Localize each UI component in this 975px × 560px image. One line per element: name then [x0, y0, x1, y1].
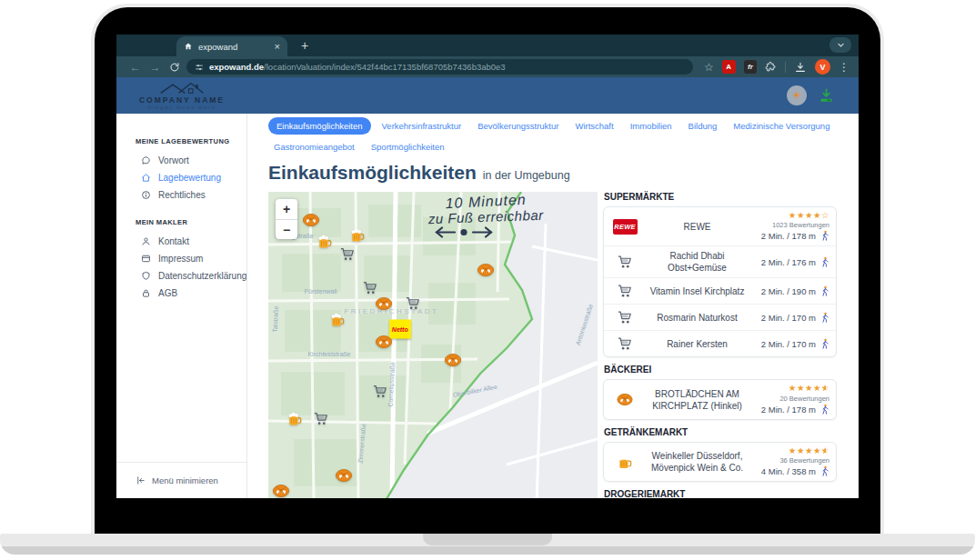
- distance-label: 2 Min. / 170 m: [761, 339, 816, 349]
- map-zoom-out-button[interactable]: −: [276, 219, 297, 239]
- poi-name: REWE: [639, 221, 755, 233]
- sidebar-minimize-button[interactable]: Menü minimieren: [116, 462, 246, 498]
- lock-icon: [141, 288, 151, 298]
- new-tab-button[interactable]: +: [297, 37, 313, 54]
- poi-card: BROTLÄDCHEN AM KIRCHPLATZ (Hinkel)★★★★★☆…: [603, 379, 837, 419]
- sidebar-item-lagebewertung[interactable]: Lagebewertung: [116, 169, 246, 186]
- map-marker-beer-mug[interactable]: [286, 412, 303, 427]
- poi-row[interactable]: Weinkeller Düsseldorf, Mövenpick Wein & …: [604, 443, 836, 481]
- laptop-notch: [423, 534, 552, 545]
- browser-window: expowand × + ← → expowand.de/l: [116, 35, 859, 498]
- walking-distance-icon: [820, 465, 829, 477]
- sidebar-item-impressum[interactable]: Impressum: [116, 250, 246, 267]
- tab-close-icon[interactable]: ×: [275, 41, 280, 52]
- map-marker-shopping-cart[interactable]: [338, 246, 356, 262]
- nav-tab[interactable]: Einkaufsmöglichkeiten: [268, 117, 371, 135]
- poi-row[interactable]: Rachid Dhabi Obst+Gemüse2 Min. / 176 m: [604, 245, 836, 277]
- poi-row[interactable]: BROTLÄDCHEN AM KIRCHPLATZ (Hinkel)★★★★★☆…: [604, 380, 836, 418]
- map[interactable]: FRIEDRICHSTADTHerzogstraßeFürstenwallKir…: [268, 192, 598, 498]
- tab-search-button[interactable]: [829, 37, 851, 53]
- theme-toggle-button[interactable]: ☀: [787, 85, 807, 105]
- main-content: EinkaufsmöglichkeitenVerkehrsinfrastrukt…: [247, 114, 859, 498]
- map-marker-pretzel[interactable]: [303, 212, 320, 227]
- browser-toolbar: ← → expowand.de/locationValuation/index/…: [116, 56, 859, 77]
- map-marker-shopping-cart[interactable]: [372, 384, 389, 399]
- poi-section-title: SUPERMÄRKTE: [604, 192, 837, 202]
- map-marker-beer-mug[interactable]: [316, 234, 333, 249]
- map-marker-beer-mug[interactable]: [329, 312, 347, 327]
- downloads-icon[interactable]: [794, 61, 807, 74]
- shopping-cart-icon: [617, 336, 633, 352]
- url-bar[interactable]: expowand.de/locationValuation/index/542f…: [186, 59, 693, 75]
- sidebar-section-title: MEIN MAKLER: [116, 218, 246, 226]
- pretzel-icon: [617, 392, 633, 407]
- map-marker-beer-mug[interactable]: [348, 228, 366, 244]
- poi-card: REWEREWE★★★★☆1023 Bewertungen2 Min. / 17…: [603, 206, 837, 357]
- map-marker-shopping-cart[interactable]: [312, 412, 329, 427]
- profile-avatar[interactable]: V: [815, 59, 830, 75]
- site-settings-icon[interactable]: [195, 63, 204, 72]
- sidebar-item-label: Rechtliches: [158, 190, 206, 200]
- walking-distance-icon: [820, 285, 829, 297]
- browser-window-icon: [141, 254, 151, 264]
- company-logo[interactable]: COMPANY NAME Slogan Goes Here: [116, 81, 247, 110]
- download-report-button[interactable]: [818, 87, 835, 105]
- bookmark-star-icon[interactable]: ☆: [704, 61, 714, 74]
- adobe-extension-icon[interactable]: A: [722, 60, 736, 74]
- nav-tab[interactable]: Sportmöglichkeiten: [366, 138, 450, 155]
- nav-tab[interactable]: Bevölkerungsstruktur: [472, 117, 564, 135]
- map-marker-netto-logo[interactable]: Netto: [389, 319, 411, 338]
- map-annotation: 10 Minuten zu Fuß erreichbar: [384, 194, 588, 242]
- sidebar-item-label: Vorwort: [158, 155, 189, 165]
- poi-row[interactable]: REWEREWE★★★★☆1023 Bewertungen2 Min. / 17…: [604, 207, 836, 245]
- map-marker-pretzel[interactable]: [477, 262, 494, 277]
- poi-section-title: BÄCKEREI: [604, 365, 837, 375]
- map-marker-shopping-cart[interactable]: [405, 296, 422, 312]
- sidebar-item-rechtliches[interactable]: Rechtliches: [116, 186, 246, 204]
- map-marker-pretzel[interactable]: [375, 296, 392, 312]
- laptop-screen: expowand × + ← → expowand.de/l: [91, 4, 884, 534]
- poi-name: Rainer Kersten: [639, 338, 755, 350]
- shopping-cart-icon: [617, 310, 633, 325]
- sidebar-item-datenschutzerkl-rung[interactable]: Datenschutzerklärung: [116, 267, 246, 285]
- nav-tab[interactable]: Immobilien: [625, 117, 678, 135]
- poi-row[interactable]: Vitamin Insel Kirchplatz2 Min. / 190 m: [604, 277, 836, 304]
- nav-tab[interactable]: Gastronomieangebot: [268, 138, 360, 155]
- poi-name: Vitamin Insel Kirchplatz: [639, 285, 755, 297]
- distance-label: 2 Min. / 178 m: [761, 231, 816, 241]
- fr-extension-icon[interactable]: fr: [744, 60, 758, 74]
- walking-distance-icon: [820, 338, 829, 350]
- browser-tab[interactable]: expowand ×: [176, 36, 287, 56]
- browser-tabstrip: expowand × +: [116, 35, 859, 56]
- url-path: /locationValuation/index/542f44bc17135bf…: [264, 62, 506, 72]
- poi-panel: SUPERMÄRKTEREWEREWE★★★★☆1023 Bewertungen…: [603, 192, 837, 498]
- map-marker-pretzel[interactable]: [273, 484, 290, 498]
- distance-label: 2 Min. / 178 m: [761, 405, 816, 415]
- reload-button[interactable]: [165, 62, 185, 73]
- sidebar-item-label: AGB: [158, 288, 177, 298]
- menu-dots-icon[interactable]: ⋮: [839, 61, 849, 74]
- map-marker-shopping-cart[interactable]: [362, 281, 379, 296]
- forward-button[interactable]: →: [146, 61, 166, 74]
- sidebar-item-kontakt[interactable]: Kontakt: [116, 233, 246, 250]
- map-marker-pretzel[interactable]: [336, 468, 353, 484]
- nav-tab[interactable]: Bildung: [683, 117, 723, 135]
- map-zoom-control: + −: [276, 199, 297, 239]
- map-marker-pretzel[interactable]: [375, 334, 392, 349]
- nav-tab[interactable]: Wirtschaft: [569, 117, 618, 135]
- poi-name: BROTLÄDCHEN AM KIRCHPLATZ (Hinkel): [639, 388, 755, 412]
- poi-section-title: DROGERIEMARKT: [604, 489, 837, 498]
- rating-stars: ★★★★★☆: [789, 384, 829, 393]
- poi-row[interactable]: Rainer Kersten2 Min. / 170 m: [604, 330, 836, 356]
- map-zoom-in-button[interactable]: +: [276, 199, 297, 219]
- back-button[interactable]: ←: [126, 61, 146, 74]
- map-marker-pretzel[interactable]: [444, 353, 461, 368]
- sidebar-item-label: Impressum: [158, 254, 203, 264]
- poi-row[interactable]: Rosmarin Naturkost2 Min. / 170 m: [604, 304, 836, 330]
- extensions-icon[interactable]: [765, 61, 777, 73]
- walking-distance-icon: [820, 404, 829, 415]
- nav-tab[interactable]: Verkehrsinfrastruktur: [377, 117, 467, 135]
- nav-tab[interactable]: Medizinische Versorgung: [728, 117, 835, 135]
- sidebar-item-agb[interactable]: AGB: [116, 285, 246, 302]
- sidebar-item-vorwort[interactable]: Vorwort: [116, 152, 246, 169]
